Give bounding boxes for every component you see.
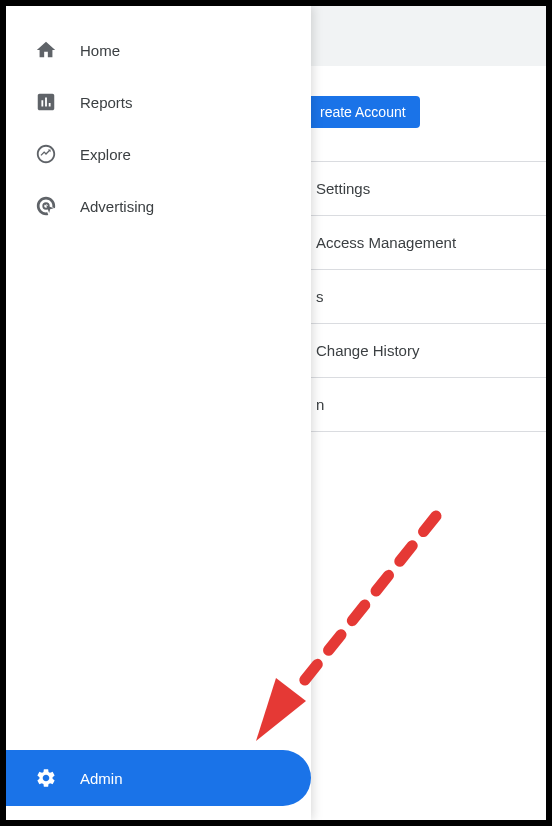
gear-icon [34,766,58,790]
sidebar-item-label: Advertising [80,198,154,215]
settings-item-label: Settings [316,180,370,197]
settings-panel: Settings Access Management s Change Hist… [306,161,546,432]
sidebar-item-label: Home [80,42,120,59]
sidebar: Home Reports Explore Advertising [6,6,311,820]
sidebar-item-explore[interactable]: Explore [6,128,311,180]
sidebar-item-admin[interactable]: Admin [6,750,311,806]
settings-item-label: Change History [316,342,419,359]
sidebar-item-label: Reports [80,94,133,111]
settings-item-change-history[interactable]: Change History [306,324,546,378]
settings-item-access-management[interactable]: Access Management [306,216,546,270]
sidebar-top: Home Reports Explore Advertising [6,6,311,232]
settings-item-trash-can[interactable]: n [306,378,546,432]
settings-item-filters[interactable]: s [306,270,546,324]
settings-item-label: s [316,288,324,305]
sidebar-item-label: Admin [80,770,123,787]
sidebar-item-label: Explore [80,146,131,163]
settings-item-account-settings[interactable]: Settings [306,162,546,216]
sidebar-item-home[interactable]: Home [6,24,311,76]
svg-line-1 [296,516,436,691]
settings-item-label: n [316,396,324,413]
bar-chart-icon [34,90,58,114]
trending-icon [34,142,58,166]
topbar [306,6,546,66]
settings-item-label: Access Management [316,234,456,251]
sidebar-item-reports[interactable]: Reports [6,76,311,128]
target-click-icon [34,194,58,218]
sidebar-item-advertising[interactable]: Advertising [6,180,311,232]
create-account-label: reate Account [320,104,406,120]
home-icon [34,38,58,62]
create-account-button[interactable]: reate Account [306,96,420,128]
